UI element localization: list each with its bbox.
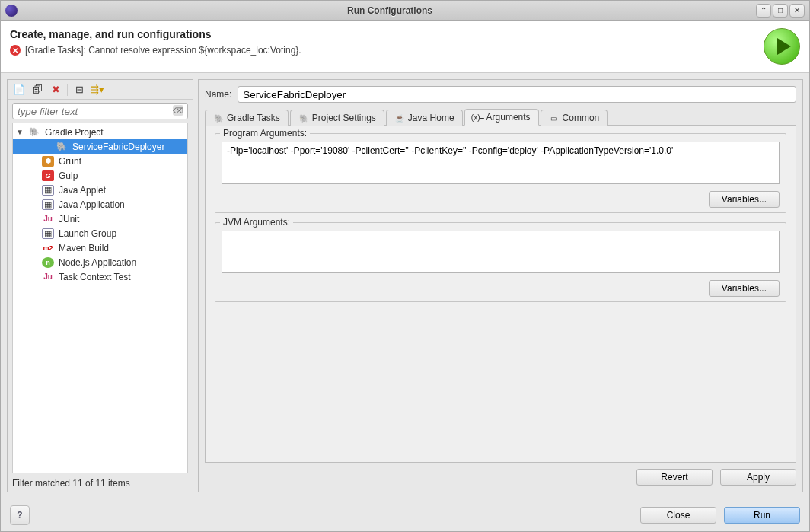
program-variables-button[interactable]: Variables...: [709, 191, 780, 208]
tree-item-label: Gulp: [59, 170, 78, 181]
footer: ? Close Run: [1, 499, 809, 531]
tabbar: 🐘Gradle Tasks🐘Project Settings☕Java Home…: [205, 107, 796, 126]
tree-item-label: Maven Build: [59, 243, 109, 253]
tab-label: Gradle Tasks: [227, 113, 280, 123]
tab-label: Arguments: [486, 112, 531, 123]
error-message: [Gradle Tasks]: Cannot resolve expressio…: [25, 45, 301, 56]
tree-item-label: Launch Group: [59, 228, 116, 239]
node-icon: n: [42, 257, 54, 268]
toolbar-separator: [67, 84, 68, 96]
duplicate-config-button[interactable]: 🗐: [30, 83, 44, 97]
maximize-button[interactable]: □: [773, 4, 788, 18]
tab-icon: (x)=: [473, 112, 483, 123]
tab-label: Java Home: [408, 113, 454, 123]
revert-button[interactable]: Revert: [636, 469, 713, 486]
help-button[interactable]: ?: [10, 505, 30, 525]
tree-item[interactable]: JuJUnit: [13, 212, 187, 226]
jvm-arguments-input[interactable]: [222, 231, 780, 273]
tab-icon: 🐘: [298, 113, 309, 123]
config-editor-pane: Name: 🐘Gradle Tasks🐘Project Settings☕Jav…: [198, 79, 803, 492]
header-panel: Create, manage, and run configurations ✕…: [1, 21, 809, 73]
m2-icon: m2: [42, 243, 54, 253]
tab-common[interactable]: ▭Common: [541, 110, 608, 126]
program-arguments-input[interactable]: [222, 142, 780, 184]
body-area: 📄 🗐 ✖ ⊟ ⇶▾ ⌫ ▼ 🐘 Gradle Project 🐘Service…: [1, 73, 809, 499]
gradle-icon: 🐘: [56, 142, 68, 152]
tab-gradle-tasks[interactable]: 🐘Gradle Tasks: [205, 110, 289, 126]
close-button[interactable]: Close: [640, 507, 716, 524]
configurations-tree[interactable]: ▼ 🐘 Gradle Project 🐘ServiceFabricDeploye…: [12, 123, 188, 473]
jvm-arguments-legend: JVM Arguments:: [220, 217, 293, 228]
tree-item[interactable]: GGulp: [13, 168, 187, 183]
window-title: Run Configurations: [24, 5, 756, 16]
tree-category-label: Gradle Project: [45, 127, 104, 138]
tree-item[interactable]: 🐘ServiceFabricDeployer: [13, 139, 187, 154]
close-window-button[interactable]: ✕: [789, 4, 805, 18]
jvm-arguments-group: JVM Arguments: Variables...: [215, 222, 786, 302]
program-arguments-legend: Program Arguments:: [220, 128, 310, 139]
clear-filter-button[interactable]: ⌫: [173, 105, 183, 116]
left-toolbar: 📄 🗐 ✖ ⊟ ⇶▾: [8, 80, 193, 100]
tab-java-home[interactable]: ☕Java Home: [386, 110, 463, 126]
box-icon: ⬢: [42, 156, 54, 167]
tree-item[interactable]: ▦Java Applet: [13, 183, 187, 197]
collapse-all-button[interactable]: ⊟: [72, 83, 86, 97]
delete-config-button[interactable]: ✖: [49, 83, 62, 97]
japp-icon: ▦: [42, 228, 54, 239]
g-icon: G: [42, 170, 54, 181]
expand-icon[interactable]: ▼: [16, 128, 24, 136]
tree-item-label: Grunt: [59, 156, 81, 167]
tree-item-label: Java Application: [59, 199, 125, 210]
tab-icon: ▭: [549, 113, 560, 123]
gradle-icon: 🐘: [28, 127, 40, 138]
tree-category-gradle-project[interactable]: ▼ 🐘 Gradle Project: [13, 125, 187, 139]
configurations-pane: 📄 🗐 ✖ ⊟ ⇶▾ ⌫ ▼ 🐘 Gradle Project 🐘Service…: [7, 79, 193, 492]
jvm-variables-button[interactable]: Variables...: [709, 280, 780, 297]
tree-item[interactable]: nNode.js Application: [13, 255, 187, 269]
tree-item[interactable]: JuTask Context Test: [13, 269, 187, 284]
tab-icon: ☕: [394, 113, 405, 123]
arguments-tab-body: Program Arguments: Variables... JVM Argu…: [205, 126, 796, 463]
ju-icon: Ju: [42, 272, 54, 282]
tree-item[interactable]: ▦Launch Group: [13, 226, 187, 241]
japp-icon: ▦: [42, 199, 54, 210]
tab-label: Project Settings: [312, 113, 376, 123]
error-icon: ✕: [10, 45, 21, 56]
run-logo-icon: [764, 28, 800, 65]
tree-item[interactable]: ⬢Grunt: [13, 154, 187, 168]
filter-input[interactable]: [12, 103, 188, 119]
tree-item-label: Task Context Test: [59, 272, 131, 282]
tree-item-label: Node.js Application: [59, 257, 136, 268]
japp-icon: ▦: [42, 185, 54, 196]
name-input[interactable]: [238, 86, 796, 103]
page-title: Create, manage, and run configurations: [10, 28, 764, 40]
tab-label: Common: [563, 113, 600, 123]
name-label: Name:: [205, 89, 231, 100]
tree-item[interactable]: ▦Java Application: [13, 197, 187, 212]
ju-icon: Ju: [42, 214, 54, 225]
program-arguments-group: Program Arguments: Variables...: [215, 133, 786, 213]
app-icon: [5, 5, 18, 17]
new-config-button[interactable]: 📄: [12, 83, 26, 97]
filter-button[interactable]: ⇶▾: [91, 83, 104, 97]
apply-button[interactable]: Apply: [720, 469, 796, 486]
titlebar[interactable]: Run Configurations ⌃ □ ✕: [1, 1, 809, 21]
minimize-button[interactable]: ⌃: [756, 4, 771, 18]
tree-item[interactable]: m2Maven Build: [13, 241, 187, 255]
tree-item-label: Java Applet: [59, 185, 106, 196]
tab-icon: 🐘: [213, 113, 224, 123]
tree-item-label: ServiceFabricDeployer: [72, 142, 164, 152]
run-configurations-window: Run Configurations ⌃ □ ✕ Create, manage,…: [0, 0, 810, 532]
run-button[interactable]: Run: [724, 507, 800, 524]
tab-project-settings[interactable]: 🐘Project Settings: [290, 110, 384, 126]
filter-status: Filter matched 11 of 11 items: [8, 476, 193, 492]
tree-item-label: JUnit: [59, 214, 79, 225]
tab-arguments[interactable]: (x)=Arguments: [464, 109, 539, 126]
